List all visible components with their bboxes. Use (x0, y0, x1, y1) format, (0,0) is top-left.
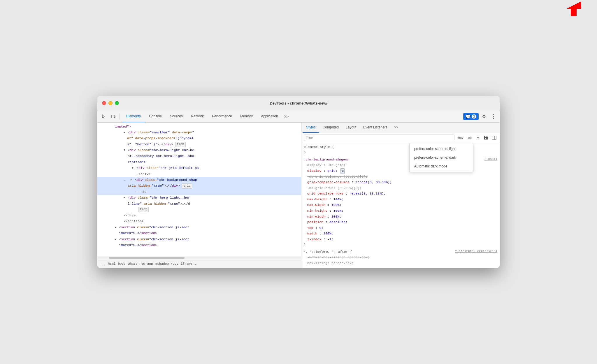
css-source-link[interactable]: n.css:1 (484, 157, 497, 162)
feedback-btn[interactable]: 💬 3 (463, 113, 479, 120)
svg-rect-3 (492, 136, 496, 139)
html-line: l-line" aria-hidden="true" >…</d (97, 201, 301, 207)
tab-network[interactable]: Network (187, 111, 208, 122)
toggle-sidebar-btn[interactable] (491, 135, 497, 141)
css-source-link-2[interactable]: ?latest=tru…ck=false:54 (455, 249, 497, 255)
css-rule-universal: *, *::before, *::after { ?latest=tru…ck=… (304, 249, 497, 266)
styles-tab-more[interactable]: >> (391, 123, 402, 133)
expand-arrow[interactable]: ▶ (132, 166, 136, 170)
html-line: …</div> (97, 171, 301, 177)
horizontal-scrollbar[interactable] (97, 257, 301, 259)
styles-tab-layout[interactable]: Layout (342, 123, 360, 133)
traffic-lights (102, 101, 119, 105)
css-selector-universal: *, *::before, *::after { (304, 249, 352, 255)
color-scheme-dropdown: prefers-color-scheme: light prefers-colo… (409, 143, 473, 172)
flex-badge-2[interactable]: flex (138, 207, 149, 212)
tab-performance[interactable]: Performance (208, 111, 236, 122)
breadcrumb-body[interactable]: body (118, 262, 125, 266)
html-line: imated">…</section> (97, 242, 301, 248)
html-line: s": "bottom" }" >…</div> flex (97, 142, 301, 147)
grid-badge[interactable]: grid (182, 183, 192, 189)
close-button[interactable] (102, 101, 106, 105)
elements-content: imated"> ▶ <div class="snackbar" data-co… (97, 123, 301, 257)
breadcrumb-shadow-root[interactable]: #shadow-root (155, 262, 178, 266)
breadcrumb-iframe[interactable]: iframe (181, 262, 192, 266)
svg-rect-1 (114, 116, 115, 118)
html-line: </div> (97, 213, 301, 218)
breadcrumb-app[interactable]: whats-new-app (128, 262, 153, 266)
html-line: ▶ <div class="snackbar" data-comp=" (97, 130, 301, 135)
html-line: ▶ <section class="chr-section js-sect (97, 225, 301, 230)
html-line-dom-ref: == $0 (97, 189, 301, 195)
minimize-button[interactable] (108, 101, 113, 105)
styles-tab-event-listeners[interactable]: Event Listeners (360, 123, 391, 133)
toolbar-more-tabs-btn[interactable]: >> (282, 112, 290, 121)
html-line: imated"> (97, 124, 301, 130)
window-title: DevTools - chrome://whats-new/ (270, 101, 327, 105)
expand-arrow[interactable]: ▶ (115, 225, 118, 229)
expand-arrow[interactable]: ▶ (124, 196, 127, 200)
styles-tab-computed[interactable]: Computed (319, 123, 342, 133)
devtools-body: Elements Console Sources Network Perform… (97, 111, 500, 268)
styles-filter-input[interactable] (304, 135, 454, 141)
more-options-btn[interactable]: ⋮ (489, 112, 497, 121)
tab-sources[interactable]: Sources (166, 111, 187, 122)
html-line: ription"> (97, 159, 301, 165)
tab-application[interactable]: Application (257, 111, 282, 122)
expand-arrow[interactable]: ▼ (124, 148, 127, 152)
breadcrumb-more-btn[interactable]: … (100, 261, 107, 267)
html-line: ar" data-props-snackbar="{"dynami (97, 135, 301, 141)
settings-icon: ⚙ (482, 114, 486, 119)
tab-elements[interactable]: Elements (122, 111, 145, 122)
dropdown-item-light[interactable]: prefers-color-scheme: light (410, 144, 473, 153)
toolbar-tabs: Elements Console Sources Network Perform… (122, 111, 462, 122)
breadcrumb-ellipsis[interactable]: … (194, 262, 196, 266)
styles-tab-styles[interactable]: Styles (303, 123, 319, 133)
html-line: </section> (97, 218, 301, 224)
html-line: imated">…</section> (97, 230, 301, 236)
breadcrumb-bar: … html body whats-new-app #shadow-root i… (97, 259, 301, 268)
hov-btn[interactable]: :hov (456, 135, 465, 140)
elements-panel: imated"> ▶ <div class="snackbar" data-co… (97, 123, 301, 268)
toolbar-right: 💬 3 ⚙ ⋮ (463, 112, 497, 121)
expand-arrow[interactable]: ▶ (131, 178, 134, 182)
expand-arrow[interactable]: ▶ (115, 237, 118, 241)
breadcrumb-html[interactable]: html (108, 262, 115, 266)
html-line: ▶ <div class="chr-hero-light__hor (97, 195, 301, 201)
css-selector: .chr-background-shapes (304, 157, 348, 162)
html-line-selected[interactable]: … ▶ <div class="chr-background-shap (97, 177, 301, 183)
styles-toolbar: :hov .cls + (301, 133, 500, 143)
devtools-content: imated"> ▶ <div class="snackbar" data-co… (97, 123, 500, 268)
css-selector: element.style { (304, 145, 334, 149)
title-bar: DevTools - chrome://whats-new/ (97, 96, 500, 111)
scrollbar-thumb[interactable] (109, 257, 185, 259)
feedback-count: 3 (472, 114, 476, 119)
maximize-button[interactable] (115, 101, 119, 105)
dropdown-item-dark[interactable]: prefers-color-scheme: dark (410, 153, 473, 162)
add-style-btn[interactable]: + (475, 135, 481, 141)
html-line: ▼ <div class="chr-hero-light chr-he (97, 147, 301, 153)
flex-badge[interactable]: flex (175, 142, 186, 147)
tab-memory[interactable]: Memory (236, 111, 257, 122)
cursor-icon-btn[interactable] (100, 112, 108, 121)
html-line: ht--secondary chr-hero-light--sho (97, 153, 301, 159)
html-line: aria-hidden="true" >…</div> grid (97, 183, 301, 189)
styles-tabs: Styles Computed Layout Event Listeners >… (301, 123, 500, 133)
html-line: ▶ <div class="chr-grid-default-pa (97, 165, 301, 171)
expand-arrow[interactable]: ▶ (124, 130, 127, 135)
chat-icon: 💬 (466, 114, 470, 119)
html-line: flex (97, 207, 301, 213)
devtools-toolbar: Elements Console Sources Network Perform… (97, 111, 500, 123)
tab-console[interactable]: Console (145, 111, 166, 122)
styles-panel: Styles Computed Layout Event Listeners >… (301, 123, 500, 268)
toolbar-divider (120, 114, 120, 119)
dropdown-item-auto[interactable]: Automatic dark mode (410, 162, 473, 171)
settings-btn[interactable]: ⚙ (480, 112, 488, 121)
device-icon-btn[interactable] (109, 112, 117, 121)
html-line: ▶ <section class="chr-section js-sect (97, 236, 301, 242)
cls-btn[interactable]: .cls (466, 135, 474, 140)
more-icon: ⋮ (491, 113, 496, 120)
dots-icon: … (124, 178, 129, 182)
save-stylesheet-btn[interactable] (483, 135, 489, 141)
grid-icon-btn[interactable]: ⊞ (340, 168, 345, 174)
